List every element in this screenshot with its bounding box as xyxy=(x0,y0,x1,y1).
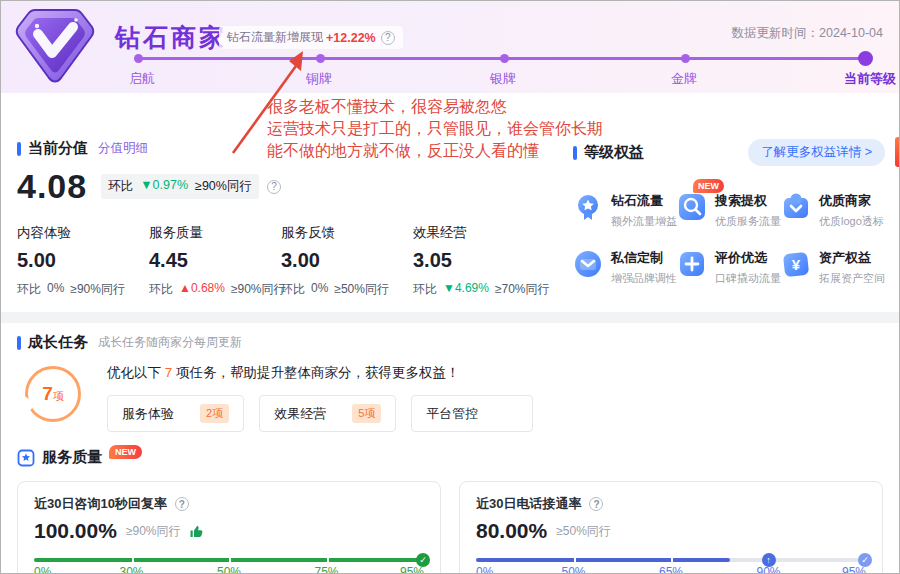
annotation-line: 很多老板不懂技术，很容易被忽悠 xyxy=(267,96,603,118)
call-rate-peer: ≥50%同行 xyxy=(556,523,611,540)
traffic-growth-label: 钻石流量新增展现 xyxy=(227,29,323,46)
header-banner: 钻石商家 钻石流量新增展现 +12.22% ? 数据更新时间：2024-10-0… xyxy=(1,1,899,93)
asset-icon: ¥ xyxy=(781,249,811,279)
metric-service-feedback: 服务反馈 3.00 环比0%≥50%同行 xyxy=(281,224,413,298)
svg-text:¥: ¥ xyxy=(792,256,801,273)
medal-icon xyxy=(573,192,603,222)
progress-fill xyxy=(476,558,730,562)
task-count-badge: 2项 xyxy=(200,404,229,423)
annotation-line: 运营技术只是打工的，只管眼见，谁会管你长期 xyxy=(267,118,603,140)
metric-content-experience: 内容体验 5.00 环比0%≥90%同行 xyxy=(17,224,149,298)
help-icon[interactable]: ? xyxy=(267,180,281,194)
level-label: 银牌 xyxy=(490,70,516,88)
call-rate-title: 近30日电话接通率 xyxy=(476,495,581,513)
help-icon[interactable]: ? xyxy=(175,497,189,511)
tasks-description: 优化以下 7 项任务，帮助提升整体商家分，获得更多权益！ xyxy=(107,364,533,382)
floating-widget-sliver[interactable] xyxy=(895,137,899,167)
benefit-quality-shop[interactable]: 优质商家优质logo透标 xyxy=(781,192,885,229)
section-bar-icon xyxy=(17,336,21,350)
compare-label: 环比 xyxy=(108,178,133,195)
benefit-private-message[interactable]: 私信定制增强品牌调性 xyxy=(573,249,677,286)
benefits-grid: 钻石流量额外流量增益 NEW 搜索提权优质服务流量 优质商家优质logo透标 私… xyxy=(573,192,885,286)
metric-effect-operation: 效果经营 3.05 环比▼4.69%≥70%同行 xyxy=(413,224,545,298)
task-count-ring: 7 项 xyxy=(25,366,81,422)
score-value-row: 4.08 环比 ▼0.97% ≥90%同行 ? xyxy=(17,167,547,206)
reply-rate-value: 100.00% xyxy=(34,519,117,543)
reply-rate-card: 近30日咨询10秒回复率 ? 100.00% ≥90%同行 ✓ 0% xyxy=(17,481,441,574)
traffic-growth-badge: 钻石流量新增展现 +12.22% ? xyxy=(219,26,403,49)
task-button-platform-control[interactable]: 平台管控 xyxy=(411,395,533,432)
quality-shop-icon xyxy=(781,192,811,222)
score-compare-badge: 环比 ▼0.97% ≥90%同行 xyxy=(101,174,259,199)
quality-section-icon xyxy=(17,449,35,467)
search-boost-icon xyxy=(677,192,707,222)
level-label: 启航 xyxy=(129,70,155,88)
current-level-label: 当前等级 xyxy=(844,70,896,88)
new-badge: NEW xyxy=(693,179,724,193)
red-annotation-note: 很多老板不懂技术，很容易被忽悠 运营技术只是打工的，只管眼见，谁会管你长期 能不… xyxy=(267,96,603,162)
thumbs-up-icon xyxy=(189,524,204,539)
page-title: 钻石商家 xyxy=(115,21,227,54)
merchant-dashboard-page: 钻石商家 钻石流量新增展现 +12.22% ? 数据更新时间：2024-10-0… xyxy=(0,0,900,574)
level-label: 金牌 xyxy=(671,70,697,88)
new-badge: NEW xyxy=(109,445,142,459)
benefit-diamond-traffic[interactable]: 钻石流量额外流量增益 xyxy=(573,192,677,229)
traffic-growth-value: +12.22% xyxy=(326,31,376,45)
level-dot xyxy=(134,54,143,63)
task-count-badge: 5项 xyxy=(352,404,381,423)
tasks-section-title: 成长任务 xyxy=(28,333,88,352)
tasks-section-subtitle: 成长任务随商家分每周更新 xyxy=(98,334,242,351)
growth-tasks-section: 成长任务 成长任务随商家分每周更新 7 项 优化以下 7 项任务，帮助提升整体商… xyxy=(1,323,899,432)
data-update-time: 数据更新时间：2024-10-04 xyxy=(732,25,883,42)
more-benefits-button[interactable]: 了解更多权益详情 > xyxy=(748,139,885,166)
level-dot xyxy=(316,54,325,63)
message-icon xyxy=(573,249,603,279)
reply-rate-title: 近30日咨询10秒回复率 xyxy=(34,495,167,513)
benefits-panel: 等级权益 了解更多权益详情 > 钻石流量额外流量增益 NEW 搜索提权优质服务流… xyxy=(547,139,885,298)
current-level-dot xyxy=(858,51,873,66)
metric-service-quality: 服务质量 4.45 环比▲0.68%≥90%同行 xyxy=(149,224,281,298)
help-icon[interactable]: ? xyxy=(381,31,395,45)
annotation-line: 能不做的地方就不做，反正没人看的懂 xyxy=(267,140,603,162)
call-rate-card: 近30日电话接通率 ? 80.00% ≥50%同行 ↑ ✓ 0% xyxy=(459,481,883,574)
reply-rate-peer: ≥90%同行 xyxy=(126,523,181,540)
call-rate-value: 80.00% xyxy=(476,519,547,543)
diamond-merchant-logo-icon xyxy=(13,6,97,90)
sub-metrics-row: 内容体验 5.00 环比0%≥90%同行 服务质量 4.45 环比▲0.68%≥… xyxy=(17,224,547,298)
quality-section-title: 服务质量 xyxy=(42,448,102,467)
benefit-review-select[interactable]: 评价优选口碑撬动流量 xyxy=(677,249,781,286)
overall-score-value: 4.08 xyxy=(17,167,87,206)
peer-rank: ≥90%同行 xyxy=(195,178,252,195)
call-rate-progress-bar: ↑ ✓ xyxy=(476,558,866,562)
tasks-section-header: 成长任务 成长任务随商家分每周更新 xyxy=(17,333,883,352)
benefit-asset-rights[interactable]: ¥ 资产权益拓展资产空间 xyxy=(781,249,885,286)
task-button-service-experience[interactable]: 服务体验 2项 xyxy=(107,395,244,432)
current-score-panel: 当前分值 分值明细 4.08 环比 ▼0.97% ≥90%同行 ? 内容体验 5… xyxy=(17,139,547,298)
task-button-effect-operation[interactable]: 效果经营 5项 xyxy=(259,395,396,432)
section-divider xyxy=(1,312,899,323)
benefit-search-boost[interactable]: NEW 搜索提权优质服务流量 xyxy=(677,192,781,229)
score-detail-link[interactable]: 分值明细 xyxy=(98,140,148,157)
level-dot xyxy=(500,54,509,63)
level-dot xyxy=(681,54,690,63)
compare-value-down: ▼0.97% xyxy=(140,178,188,195)
review-icon xyxy=(677,249,707,279)
score-section-title: 当前分值 xyxy=(28,139,88,158)
section-bar-icon xyxy=(17,142,21,156)
red-arrow-icon xyxy=(221,47,316,162)
reply-rate-progress-bar: ✓ xyxy=(34,558,424,562)
service-quality-section: 服务质量 NEW 近30日咨询10秒回复率 ? 100.00% ≥90%同行 xyxy=(1,432,899,574)
help-icon[interactable]: ? xyxy=(589,497,603,511)
